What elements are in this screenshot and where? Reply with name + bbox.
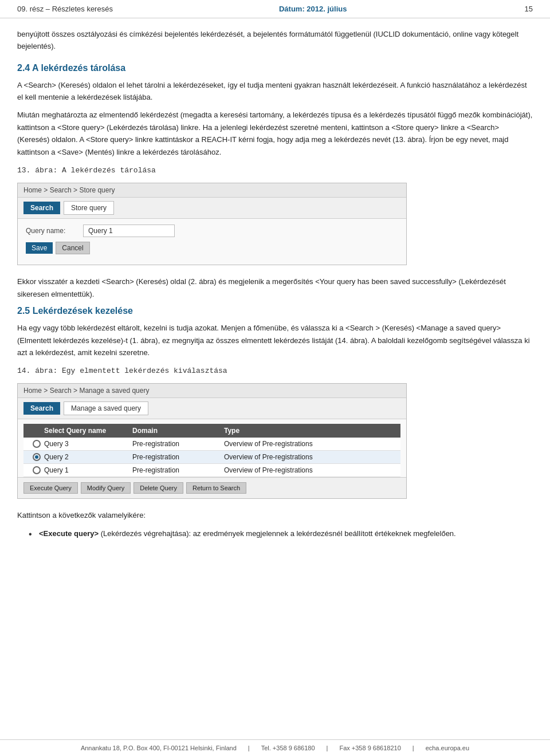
header-left: 09. rész – Részletes keresés xyxy=(17,5,113,13)
intro-paragraph: benyújtott összes osztályozási és címkéz… xyxy=(17,29,533,53)
table-row: Query 1 Pre-registration Overview of Pre… xyxy=(23,464,400,477)
main-content: benyújtott összes osztályozási és címkéz… xyxy=(0,18,550,591)
col-name-header: Select Query name xyxy=(41,427,132,435)
tab-store-query[interactable]: Store query xyxy=(64,201,114,215)
radio-circle-q1[interactable] xyxy=(33,466,41,474)
tab-manage-saved[interactable]: Manage a saved query xyxy=(64,401,148,415)
cell-domain-q1: Pre-registration xyxy=(132,466,224,474)
tab-bar-store: Search Store query xyxy=(18,198,406,219)
footer-separator3: | xyxy=(412,745,414,751)
store-query-form: Query name: Save Cancel xyxy=(18,219,406,265)
footer-fax: Fax +358 9 68618210 xyxy=(339,745,400,751)
cancel-button[interactable]: Cancel xyxy=(56,242,89,254)
breadcrumb-manage: Home > Search > Manage a saved query xyxy=(18,384,406,398)
cell-name-q1: Query 1 xyxy=(41,466,132,474)
cell-name-q3: Query 3 xyxy=(41,440,132,448)
footer-web: echa.europa.eu xyxy=(426,745,469,751)
page-number: 15 xyxy=(525,5,533,13)
radio-query1[interactable] xyxy=(23,466,41,474)
section-25: 2.5 Lekérdezések kezelése Ha egy vagy tö… xyxy=(17,306,533,499)
cell-type-q3: Overview of Pre-registrations xyxy=(224,440,400,448)
col-type-header: Type xyxy=(224,427,400,435)
radio-query2[interactable] xyxy=(23,453,41,461)
table-row: Query 2 Pre-registration Overview of Pre… xyxy=(23,451,400,464)
list-item: <Execute query> (Lekérdezés végrehajtása… xyxy=(29,527,533,540)
footer-address: Annankatu 18, P.O. Box 400, FI-00121 Hel… xyxy=(81,745,237,751)
execute-query-button[interactable]: Execute Query xyxy=(23,482,78,494)
footer-separator: | xyxy=(248,745,250,751)
section-24-heading: 2.4 A lekérdezés tárolása xyxy=(17,63,533,73)
section-25-heading: 2.5 Lekérdezések kezelése xyxy=(17,306,533,316)
cell-domain-q3: Pre-registration xyxy=(132,440,224,448)
tab-search-manage[interactable]: Search xyxy=(23,402,60,415)
table-action-bar: Execute Query Modify Query Delete Query … xyxy=(18,477,406,498)
return-to-search-button[interactable]: Return to Search xyxy=(186,482,246,494)
caption-14: 14. ábra: Egy elmentett lekérdezés kivál… xyxy=(17,367,533,375)
radio-circle-q2[interactable] xyxy=(33,453,41,461)
tab-bar-manage: Search Manage a saved query xyxy=(18,398,406,419)
cell-name-q2: Query 2 xyxy=(41,453,132,461)
footer-separator2: | xyxy=(327,745,328,751)
page-footer: Annankatu 18, P.O. Box 400, FI-00121 Hel… xyxy=(0,739,550,756)
section-25-para-1: Ha egy vagy több lekérdezést eltárolt, k… xyxy=(17,322,533,359)
bullet-list: <Execute query> (Lekérdezés végrehajtása… xyxy=(17,527,533,540)
section-24: 2.4 A lekérdezés tárolása A <Search> (Ke… xyxy=(17,63,533,266)
footer-tel: Tel. +358 9 686180 xyxy=(261,745,315,751)
breadcrumb-store: Home > Search > Store query xyxy=(18,183,406,198)
section-24-para-1: A <Search> (Keresés) oldalon el lehet tá… xyxy=(17,79,533,104)
page-header: 09. rész – Részletes keresés Dátum: 2012… xyxy=(0,0,550,18)
table-container: Select Query name Domain Type Query 3 Pr… xyxy=(18,419,406,477)
modify-query-button[interactable]: Modify Query xyxy=(81,482,131,494)
screenshot-store-query: Home > Search > Store query Search Store… xyxy=(17,183,407,265)
section-24-para-2: Miután meghatározta az elmentendő lekérd… xyxy=(17,109,533,158)
table-header: Select Query name Domain Type xyxy=(23,424,400,438)
table-row: Query 3 Pre-registration Overview of Pre… xyxy=(23,438,400,451)
form-actions-row: Save Cancel xyxy=(26,242,398,254)
delete-query-button[interactable]: Delete Query xyxy=(133,482,183,494)
cell-domain-q2: Pre-registration xyxy=(132,453,224,461)
middle-paragraph: Ekkor visszatér a kezdeti <Search> (Kere… xyxy=(17,275,533,300)
col-select-header xyxy=(23,427,41,435)
save-button[interactable]: Save xyxy=(26,242,53,254)
screenshot-manage-query: Home > Search > Manage a saved query Sea… xyxy=(17,383,407,499)
tab-search-store[interactable]: Search xyxy=(23,202,60,214)
form-query-input[interactable] xyxy=(83,225,175,237)
cell-type-q1: Overview of Pre-registrations xyxy=(224,466,400,474)
radio-query3[interactable] xyxy=(23,440,41,448)
header-center: Dátum: 2012. július xyxy=(279,5,347,13)
bottom-paragraph: Kattintson a következők valamelyikére: xyxy=(17,509,533,521)
col-domain-header: Domain xyxy=(132,427,224,435)
caption-13: 13. ábra: A lekérdezés tárolása xyxy=(17,166,533,175)
form-query-label: Query name: xyxy=(26,227,83,235)
radio-circle-q3[interactable] xyxy=(33,440,41,448)
form-query-name-row: Query name: xyxy=(26,225,398,237)
cell-type-q2: Overview of Pre-registrations xyxy=(224,453,400,461)
